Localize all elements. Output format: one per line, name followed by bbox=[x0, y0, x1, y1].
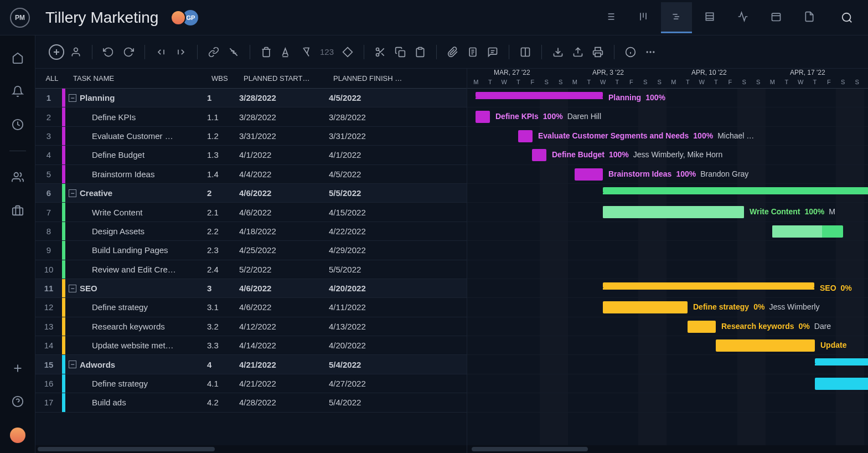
avatar-group[interactable]: GP bbox=[170, 10, 198, 25]
col-all[interactable]: ALL bbox=[35, 74, 64, 83]
home-icon[interactable] bbox=[11, 51, 25, 65]
gantt-bar[interactable]: Write Content100%M bbox=[603, 206, 744, 218]
gantt-row[interactable] bbox=[467, 393, 868, 412]
gantt-horizontal-scrollbar[interactable] bbox=[467, 445, 868, 453]
task-name-cell[interactable]: Brainstorm Ideas bbox=[65, 169, 207, 179]
milestone-icon[interactable] bbox=[339, 44, 356, 60]
gantt-row[interactable]: Update bbox=[467, 336, 868, 355]
grid-horizontal-scrollbar[interactable] bbox=[35, 445, 467, 453]
table-row[interactable]: 16Define strategy4.14/21/20224/27/2022 bbox=[35, 374, 467, 393]
task-name-cell[interactable]: Research keywords bbox=[65, 322, 207, 331]
gantt-row[interactable] bbox=[467, 222, 868, 241]
user-avatar-icon[interactable] bbox=[10, 428, 25, 443]
view-gantt-icon[interactable] bbox=[661, 2, 692, 33]
task-name-cell[interactable]: Write Content bbox=[65, 208, 207, 217]
assign-icon[interactable] bbox=[68, 44, 84, 60]
attachment-icon[interactable] bbox=[445, 44, 461, 60]
task-name-cell[interactable]: Define Budget bbox=[65, 150, 207, 159]
collapse-icon[interactable]: − bbox=[69, 94, 76, 102]
export-icon[interactable] bbox=[570, 44, 586, 60]
gantt-row[interactable]: Define KPIs100%Daren Hill bbox=[467, 107, 868, 126]
view-board-icon[interactable] bbox=[628, 2, 659, 33]
unlink-icon[interactable] bbox=[225, 44, 242, 60]
table-row[interactable]: 6−Creative24/6/20225/5/2022 bbox=[35, 184, 467, 203]
task-name-cell[interactable]: Update website met… bbox=[65, 341, 207, 350]
task-name-cell[interactable]: −Planning bbox=[65, 93, 207, 102]
table-row[interactable]: 9Build Landing Pages2.34/25/20224/29/202… bbox=[35, 241, 467, 260]
task-name-cell[interactable]: −SEO bbox=[65, 284, 207, 293]
collapse-icon[interactable]: − bbox=[69, 285, 76, 292]
table-row[interactable]: 2Define KPIs1.13/28/20223/28/2022 bbox=[35, 107, 467, 126]
table-row[interactable]: 17Build ads4.24/28/20225/4/2022 bbox=[35, 393, 467, 412]
columns-icon[interactable] bbox=[517, 44, 534, 60]
trash-icon[interactable] bbox=[258, 44, 275, 60]
view-list-icon[interactable] bbox=[595, 2, 626, 33]
gantt-row[interactable]: Planning100% bbox=[467, 89, 868, 107]
col-wbs[interactable]: WBS bbox=[211, 74, 244, 83]
gantt-bar[interactable]: SEO0% bbox=[603, 282, 814, 288]
gantt-bar[interactable]: Update bbox=[716, 339, 815, 352]
gantt-row[interactable]: Brainstorm Ideas100%Brandon Gray bbox=[467, 165, 868, 184]
gantt-row[interactable]: Define strategy0%Jess Wimberly bbox=[467, 298, 868, 317]
task-name-cell[interactable]: Build ads bbox=[65, 398, 207, 407]
search-icon[interactable] bbox=[836, 7, 858, 29]
task-name-cell[interactable]: −Adwords bbox=[65, 360, 207, 369]
gantt-bar[interactable]: Planning100% bbox=[476, 92, 603, 97]
view-sheet-icon[interactable] bbox=[694, 2, 725, 33]
gantt-row[interactable]: SEO0% bbox=[467, 279, 868, 298]
gantt-bar[interactable] bbox=[772, 225, 843, 238]
cut-icon[interactable] bbox=[372, 44, 389, 60]
table-row[interactable]: 3Evaluate Customer …1.23/31/20223/31/202… bbox=[35, 127, 467, 146]
paste-icon[interactable] bbox=[412, 44, 428, 60]
collapse-icon[interactable]: − bbox=[69, 189, 76, 197]
gantt-bar[interactable] bbox=[815, 358, 868, 364]
app-logo[interactable]: PM bbox=[10, 8, 30, 28]
gantt-bar[interactable]: Brainstorm Ideas100%Brandon Gray bbox=[575, 168, 603, 181]
view-activity-icon[interactable] bbox=[727, 2, 758, 33]
table-row[interactable]: 10Review and Edit Cre…2.45/2/20225/5/202… bbox=[35, 260, 467, 279]
col-planned-finish[interactable]: PLANNED FINISH … bbox=[333, 74, 427, 83]
comment-icon[interactable] bbox=[484, 44, 501, 60]
gantt-bar[interactable]: Research keywords0%Dare bbox=[688, 321, 716, 333]
gantt-row[interactable]: Research keywords0%Dare bbox=[467, 317, 868, 336]
more-icon[interactable] bbox=[642, 44, 659, 60]
info-icon[interactable] bbox=[622, 44, 639, 60]
copy-icon[interactable] bbox=[392, 44, 409, 60]
gantt-row[interactable] bbox=[467, 241, 868, 260]
gantt-bar[interactable] bbox=[603, 187, 868, 193]
task-name-cell[interactable]: Define strategy bbox=[65, 302, 207, 312]
table-row[interactable]: 14Update website met…3.34/14/20224/20/20… bbox=[35, 336, 467, 355]
task-name-cell[interactable]: −Creative bbox=[65, 188, 207, 198]
task-name-cell[interactable]: Define KPIs bbox=[65, 112, 207, 122]
collapse-icon[interactable]: − bbox=[69, 361, 76, 368]
outdent-icon[interactable] bbox=[153, 44, 169, 60]
briefcase-icon[interactable] bbox=[11, 203, 25, 218]
task-name-cell[interactable]: Review and Edit Cre… bbox=[65, 265, 207, 274]
add-icon[interactable] bbox=[11, 361, 25, 375]
bell-icon[interactable] bbox=[11, 84, 25, 99]
clock-icon[interactable] bbox=[11, 117, 25, 132]
gantt-bar[interactable]: Define Budget100%Jess Wimberly, Mike Hor… bbox=[532, 149, 546, 161]
team-icon[interactable] bbox=[11, 170, 25, 184]
font-icon[interactable] bbox=[278, 44, 294, 60]
undo-icon[interactable] bbox=[100, 44, 117, 60]
table-row[interactable]: 4Define Budget1.34/1/20224/1/2022 bbox=[35, 146, 467, 164]
gantt-row[interactable] bbox=[467, 374, 868, 393]
help-icon[interactable] bbox=[11, 394, 25, 409]
view-file-icon[interactable] bbox=[794, 2, 825, 33]
gantt-row[interactable]: Write Content100%M bbox=[467, 203, 868, 222]
indent-icon[interactable] bbox=[173, 44, 189, 60]
notes-icon[interactable] bbox=[464, 44, 481, 60]
gantt-row[interactable]: Define Budget100%Jess Wimberly, Mike Hor… bbox=[467, 146, 868, 164]
gantt-bar[interactable]: Define strategy0%Jess Wimberly bbox=[603, 301, 688, 313]
task-name-cell[interactable]: Build Landing Pages bbox=[65, 245, 207, 255]
table-row[interactable]: 5Brainstorm Ideas1.44/4/20224/5/2022 bbox=[35, 165, 467, 184]
clear-format-icon[interactable] bbox=[298, 44, 314, 60]
table-row[interactable]: 1−Planning13/28/20224/5/2022 bbox=[35, 89, 467, 107]
task-name-cell[interactable]: Evaluate Customer … bbox=[65, 131, 207, 141]
add-task-button[interactable] bbox=[49, 44, 64, 60]
table-row[interactable]: 7Write Content2.14/6/20224/15/2022 bbox=[35, 203, 467, 222]
table-row[interactable]: 11−SEO34/6/20224/20/2022 bbox=[35, 279, 467, 298]
view-calendar-icon[interactable] bbox=[761, 2, 792, 33]
table-row[interactable]: 8Design Assets2.24/18/20224/22/2022 bbox=[35, 222, 467, 241]
